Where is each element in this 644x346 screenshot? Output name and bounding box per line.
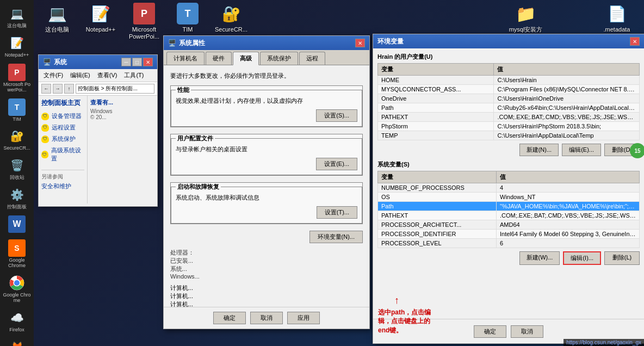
menu-edit[interactable]: 编辑(E): [68, 70, 92, 81]
taskbar-item-baidu[interactable]: ☁️ Firefox: [1, 307, 33, 335]
user-var-row[interactable]: PATHEXT.COM;.EXE;.BAT;.CMD;.VBS;.VBE;.JS…: [378, 113, 640, 122]
sys-var-name: PROCESSOR_IDENTIFIER: [378, 230, 497, 239]
user-edit-btn[interactable]: 编辑(E)...: [562, 144, 601, 156]
perf-section: 性能 视觉效果,处理器计划，内存使用，以及虚拟内存 设置(S)...: [170, 85, 363, 127]
user-var-row[interactable]: PathC:\Ruby26-x64\bin;C:\Users\Hrain\App…: [378, 103, 640, 113]
desktop-icon-tim[interactable]: T TIM: [169, 3, 207, 40]
user-var-row[interactable]: PhpStormC:\Users\Hrain\PhpStorm 2018.3.5…: [378, 122, 640, 131]
env-variables-btn[interactable]: 环境变量(N)...: [309, 231, 363, 243]
view-link[interactable]: 查看有...: [90, 98, 154, 107]
sys-edit-btn[interactable]: 编辑(I)...: [563, 251, 601, 265]
back-btn[interactable]: ←: [41, 84, 51, 94]
sys-var-row[interactable]: PROCESSOR_LEVEL6: [378, 239, 640, 248]
sys-protect-link[interactable]: 🛡 系统保护: [41, 133, 84, 145]
user-var-row[interactable]: OneDriveC:\Users\Hrain\OneDrive: [378, 94, 640, 103]
sys-var-row[interactable]: PATHEXT.COM;.EXE;.BAT;.CMD;.VBS;.VBE;.JS…: [378, 211, 640, 220]
menu-file[interactable]: 文件(F): [41, 70, 65, 81]
user-vars-label: Hrain 的用户变量(U): [377, 53, 640, 61]
sysprop-cancel-btn[interactable]: 取消: [250, 312, 283, 324]
windows-text: Windows: [90, 108, 154, 114]
envvar-cancel-btn[interactable]: 取消: [511, 325, 543, 338]
sysprop-apply-btn[interactable]: 应用: [287, 312, 320, 324]
sysprop-controls: ✕: [355, 39, 365, 47]
user-var-name: MYSQLCONNECTOR_ASS...: [378, 85, 494, 94]
sys-var-row[interactable]: OSWindows_NT: [378, 193, 640, 202]
sys-var-value: Intel64 Family 6 Model 60 Stepping 3, Ge…: [497, 230, 640, 239]
user-var-row[interactable]: TEMPC:\Users\Hrain\AppData\Local\Temp: [378, 131, 640, 140]
sys-var-value: .COM;.EXE;.BAT;.CMD;.VBS;.VBE;.JS;.JSE;.…: [497, 211, 640, 220]
sys-var-row[interactable]: Path"%JAVA_HOME%\bin;%JAVA_HOME%\jre\bin…: [378, 202, 640, 211]
menu-tools[interactable]: 工具(T): [122, 70, 146, 81]
userprofile-settings-btn[interactable]: 设置(E)...: [316, 158, 357, 170]
taskbar-item-thispc[interactable]: 💻 这台电脑: [1, 3, 33, 31]
tim-desk-icon: T: [177, 3, 199, 24]
taskbar-item-securecrt[interactable]: 🔐 SecureCR...: [1, 125, 33, 153]
desktop-icon-securecrt[interactable]: 🔐 SecureCR...: [212, 3, 250, 40]
sysprop-ok-btn[interactable]: 确定: [213, 312, 246, 324]
up-btn[interactable]: ↑: [64, 84, 74, 94]
user-var-col-value: 值: [494, 64, 640, 76]
taskbar-item-msppt[interactable]: P Microsoft PowerPoi...: [1, 61, 33, 95]
sublime-icon: S: [8, 239, 26, 257]
taskbar-item-word[interactable]: W: [1, 213, 33, 236]
control-panel-home[interactable]: 控制面板主页: [41, 98, 84, 108]
sys-new-btn[interactable]: 新建(W)...: [519, 251, 560, 265]
taskbar-item-sublime[interactable]: S Google Chrome: [1, 237, 33, 271]
taskbar-item-recycle[interactable]: 🗑️ 回收站: [1, 155, 33, 183]
taskbar-item-firefox[interactable]: 🦊 GitHub Desktop: [1, 336, 33, 346]
close-btn[interactable]: ✕: [143, 58, 153, 66]
user-var-row[interactable]: MYSQLCONNECTOR_ASS...C:\Program Files (x…: [378, 85, 640, 94]
security-link[interactable]: 安全和维护: [41, 181, 84, 192]
desktop: 💻 这台电脑 📝 Notepad++ P Microsoft PowerPoi.…: [0, 0, 644, 346]
desktop-icon-notepad[interactable]: 📝 Notepad++: [82, 3, 120, 40]
device-manager-link[interactable]: 🛡 设备管理器: [41, 110, 84, 122]
startup-settings-btn[interactable]: 设置(T)...: [317, 206, 357, 219]
sys-var-row[interactable]: PROCESSOR_IDENTIFIERIntel64 Family 6 Mod…: [378, 230, 640, 239]
forward-btn[interactable]: →: [53, 84, 63, 94]
sys-vars-table: 变量 值 NUMBER_OF_PROCESSORS4OSWindows_NTPa…: [377, 171, 640, 248]
address-path[interactable]: 控制面板 > 所有控制面...: [76, 84, 154, 94]
startup-desc: 系统启动、系统故障和调试信息: [176, 194, 357, 202]
envvar-ok-btn[interactable]: 确定: [474, 325, 506, 338]
sys-var-name: Path: [378, 202, 497, 211]
minimize-btn[interactable]: ─: [121, 58, 131, 66]
sysprop-content: 要进行大多数更改，你必须作为管理员登录。 性能 视觉效果,处理器计划，内存使用，…: [164, 65, 369, 312]
remote-link[interactable]: 🛡 远程设置: [41, 122, 84, 133]
mysql-folder-icon[interactable]: 📁 mysql安装方: [503, 3, 549, 33]
taskbar: 💻 这台电脑 📝 Notepad++ P Microsoft PowerPoi.…: [0, 0, 34, 346]
sys-var-row[interactable]: NUMBER_OF_PROCESSORS4: [378, 183, 640, 193]
user-var-name: HOME: [378, 76, 494, 85]
menu-view[interactable]: 查看(V): [95, 70, 120, 81]
sysprop-titlebar: 🖥️ 系统属性 ✕: [164, 36, 369, 50]
metadata-icon[interactable]: 📄 .metadata: [595, 3, 639, 33]
userprofile-legend: 用户配置文件: [176, 134, 215, 143]
desktop-icon-thispc[interactable]: 💻 这台电脑: [38, 3, 76, 40]
user-new-btn[interactable]: 新建(N)...: [519, 144, 559, 156]
tim-label: TIM: [13, 117, 21, 122]
taskbar-item-notepad[interactable]: 📝 Notepad++: [1, 32, 33, 60]
taskbar-item-controlpanel[interactable]: ⚙️ 控制面板: [1, 184, 33, 212]
advanced-sys-link[interactable]: 🛡 高级系统设置: [41, 145, 84, 164]
perf-settings-btn[interactable]: 设置(S)...: [316, 109, 357, 122]
desktop-icon-msppt[interactable]: P MicrosoftPowerPoi...: [125, 3, 163, 40]
user-var-row[interactable]: HOMEC:\Users\Hrain: [378, 76, 640, 85]
remote-label: 远程设置: [52, 123, 76, 132]
taskbar-item-chrome[interactable]: Google Chrome: [1, 272, 33, 306]
sys-var-row[interactable]: PROCESSOR_ARCHITECT...AMD64: [378, 220, 640, 230]
metadata-img: 📄: [606, 3, 628, 24]
tab-hardware[interactable]: 硬件: [206, 52, 232, 65]
startup-section: 启动和故障恢复 系统启动、系统故障和调试信息 设置(T)...: [170, 182, 363, 224]
tab-sysprotect[interactable]: 系统保护: [260, 52, 298, 65]
taskbar-item-tim[interactable]: T TIM: [1, 96, 33, 125]
device-manager-label: 设备管理器: [52, 112, 82, 120]
sys-delete-btn[interactable]: 删除(L): [604, 251, 640, 265]
sys-var-name: OS: [378, 193, 497, 202]
tab-computername[interactable]: 计算机名: [166, 52, 205, 65]
tab-advanced[interactable]: 高级: [233, 52, 259, 65]
tab-remote[interactable]: 远程: [299, 52, 325, 65]
envvar-close-btn[interactable]: ✕: [630, 37, 640, 46]
sysprop-close-btn[interactable]: ✕: [355, 39, 365, 47]
maximize-btn[interactable]: □: [132, 58, 142, 66]
sys-var-buttons: 新建(W)... 编辑(I)... 删除(L): [377, 251, 640, 265]
securecrt-icon: 🔐: [8, 127, 26, 145]
